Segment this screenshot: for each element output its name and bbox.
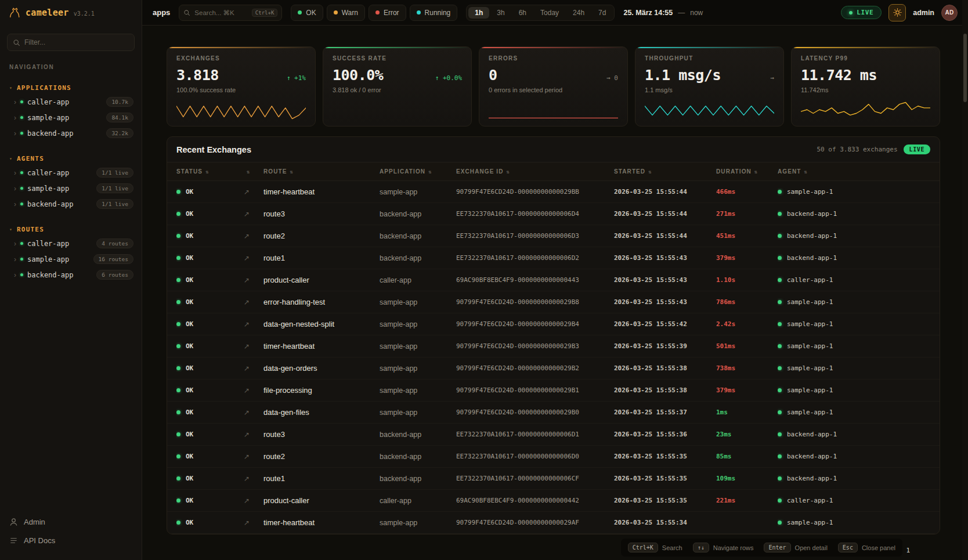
api-docs-link[interactable]: API Docs: [9, 531, 132, 550]
started-cell: 2026-03-25 15:55:43: [614, 276, 716, 284]
hint-key: Esc: [838, 543, 858, 552]
table-row[interactable]: OK ↗ route3 backend-app EE7322370A10617-…: [167, 424, 940, 446]
hint-label: Navigate rows: [713, 544, 754, 551]
search-icon: [183, 9, 190, 16]
sidebar-filter[interactable]: [7, 34, 135, 51]
time-range-button[interactable]: 3h: [490, 7, 511, 19]
application-cell: sample-app: [380, 188, 456, 196]
date-range[interactable]: 25. März 14:55 — now: [623, 9, 703, 17]
stat-card[interactable]: LATENCY P99 11.742 ms 11.742ms: [791, 46, 940, 127]
theme-toggle[interactable]: [888, 4, 906, 21]
route-arrow-icon: ↗: [244, 298, 263, 306]
card-accent-bar: [167, 47, 315, 48]
section-applications-header[interactable]: ▾ APPLICATIONS: [0, 82, 142, 94]
status-filter-chip[interactable]: Error: [369, 5, 406, 21]
started-cell: 2026-03-25 15:55:44: [614, 210, 716, 218]
table-row[interactable]: OK ↗ data-gen-nested-split sample-app 90…: [167, 313, 940, 335]
avatar[interactable]: AD: [941, 5, 958, 21]
sidebar: cameleer v3.2.1 NAVIGATION ▾ APPLICATION…: [0, 0, 142, 560]
status-dot: [176, 300, 180, 304]
sidebar-item-badge: 32.2k: [106, 128, 133, 138]
column-header[interactable]: EXCHANGE ID ⇅: [456, 168, 614, 175]
table-row[interactable]: OK ↗ timer-heartbeat sample-app 90799F47…: [167, 512, 940, 534]
column-header[interactable]: ROUTE ⇅: [263, 168, 380, 175]
scrollbar-track[interactable]: [962, 0, 968, 560]
table-row[interactable]: OK ↗ product-caller caller-app 69AC90BF8…: [167, 490, 940, 512]
table-row[interactable]: OK ↗ timer-heartbeat sample-app 90799F47…: [167, 181, 940, 203]
time-range-button[interactable]: 1h: [468, 7, 489, 19]
agent-label: backend-app-1: [787, 210, 837, 218]
table-row[interactable]: OK ↗ route1 backend-app EE7322370A10617-…: [167, 468, 940, 490]
sidebar-item-application[interactable]: › sample-app 84.1k: [0, 110, 142, 125]
column-header[interactable]: AGENT ⇅: [778, 168, 930, 175]
sidebar-item-agent[interactable]: › backend-app 1/1 live: [0, 196, 142, 212]
stat-card[interactable]: ERRORS 0 → 0 0 errors in selected period: [479, 46, 628, 127]
hint-label: Close panel: [862, 544, 895, 551]
stat-card[interactable]: SUCCESS RATE 100.0% ↑ +0.0% 3.818 ok / 0…: [323, 46, 472, 127]
agent-label: caller-app-1: [787, 276, 833, 284]
keyboard-hint: ↑↓ Navigate rows: [693, 543, 754, 552]
status-filter-chip[interactable]: OK: [291, 5, 323, 21]
keyboard-hint: Esc Close panel: [838, 543, 895, 552]
status-cell: OK: [176, 342, 244, 350]
table-row[interactable]: OK ↗ route3 backend-app EE7322370A10617-…: [167, 203, 940, 225]
status-label: OK: [186, 232, 193, 240]
stat-card[interactable]: THROUGHPUT 1.1 msg/s → 1.1 msg/s: [635, 46, 784, 127]
agent-cell: sample-app-1: [778, 188, 930, 196]
exchange-id-cell: EE7322370A10617-00000000000006CF: [456, 475, 614, 482]
section-agents-header[interactable]: ▾ AGENTS: [0, 153, 142, 165]
sidebar-item-route[interactable]: › caller-app 4 routes: [0, 236, 142, 251]
sidebar-item-route[interactable]: › backend-app 6 routes: [0, 267, 142, 283]
scrollbar-thumb[interactable]: [963, 34, 967, 102]
stat-value: 100.0%: [333, 67, 383, 84]
time-range-button[interactable]: 7d: [592, 7, 612, 19]
exchange-count: 50 of 3.833 exchanges: [817, 146, 897, 153]
stat-trend: → 0: [606, 74, 618, 82]
table-row[interactable]: OK ↗ route2 backend-app EE7322370A10617-…: [167, 446, 940, 468]
table-row[interactable]: OK ↗ data-gen-orders sample-app 90799F47…: [167, 357, 940, 380]
status-filter-chip[interactable]: Warn: [327, 5, 365, 21]
time-range-button[interactable]: 6h: [512, 7, 533, 19]
started-cell: 2026-03-25 15:55:38: [614, 364, 716, 372]
table-row[interactable]: OK ↗ file-processing sample-app 90799F47…: [167, 380, 940, 402]
time-range-button[interactable]: Today: [534, 7, 565, 19]
section-routes-header[interactable]: ▾ ROUTES: [0, 223, 142, 236]
time-range-button[interactable]: 24h: [566, 7, 591, 19]
exchange-id-cell: EE7322370A10617-00000000000006D2: [456, 254, 614, 262]
admin-link[interactable]: Admin: [9, 512, 132, 531]
table-row[interactable]: OK ↗ product-caller caller-app 69AC90BF8…: [167, 269, 940, 291]
table-row[interactable]: OK ↗ route2 backend-app EE7322370A10617-…: [167, 225, 940, 247]
sidebar-item-application[interactable]: › caller-app 10.7k: [0, 94, 142, 110]
chip-label: OK: [306, 9, 316, 17]
app-name: cameleer: [26, 8, 69, 18]
status-cell: OK: [176, 364, 244, 372]
sidebar-item-agent[interactable]: › sample-app 1/1 live: [0, 180, 142, 196]
column-header[interactable]: STARTED ⇅: [614, 168, 716, 175]
status-filter-chip[interactable]: Running: [410, 5, 458, 21]
table-row[interactable]: OK ↗ route1 backend-app EE7322370A10617-…: [167, 247, 940, 269]
duration-cell: 2.42s: [716, 320, 778, 328]
live-toggle[interactable]: LIVE: [841, 6, 882, 19]
live-badge[interactable]: LIVE: [904, 144, 930, 154]
table-row[interactable]: OK ↗ error-handling-test sample-app 9079…: [167, 291, 940, 313]
route-arrow-icon: ↗: [244, 342, 263, 351]
stat-card[interactable]: EXCHANGES 3.818 ↑ +1% 100.0% success rat…: [167, 46, 316, 127]
table-row[interactable]: OK ↗ timer-heartbeat sample-app 90799F47…: [167, 335, 940, 357]
sidebar-item-application[interactable]: › backend-app 32.2k: [0, 125, 142, 141]
sidebar-item-route[interactable]: › sample-app 16 routes: [0, 251, 142, 267]
section-title-label: AGENTS: [17, 155, 44, 162]
column-header[interactable]: ⇅: [244, 169, 263, 175]
sidebar-item-agent[interactable]: › caller-app 1/1 live: [0, 165, 142, 180]
global-search[interactable]: Ctrl+K: [179, 5, 282, 21]
search-input[interactable]: [194, 9, 247, 16]
column-header[interactable]: APPLICATION ⇅: [380, 168, 456, 175]
route-cell: route3: [263, 430, 380, 439]
status-cell: OK: [176, 210, 244, 218]
table-row[interactable]: OK ↗ data-gen-files sample-app 90799F47E…: [167, 402, 940, 424]
agent-status-dot: [778, 366, 782, 370]
column-header[interactable]: STATUS ⇅: [176, 168, 244, 175]
status-dot: [417, 10, 421, 15]
column-header[interactable]: DURATION ⇅: [716, 168, 778, 175]
chevron-right-icon: ›: [14, 201, 16, 208]
filter-input[interactable]: [24, 38, 129, 46]
